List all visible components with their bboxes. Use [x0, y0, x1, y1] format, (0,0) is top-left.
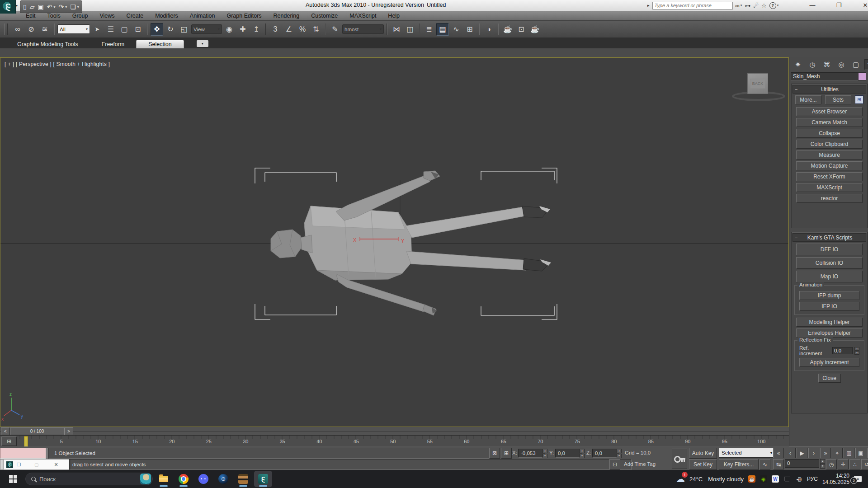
project-toolbar-icon[interactable]: ❏ [70, 4, 76, 10]
select-and-link-icon[interactable]: ∞ [11, 23, 24, 36]
help-icon[interactable]: ? [769, 2, 776, 9]
toolbar-grip[interactable] [5, 23, 8, 35]
new-file-icon[interactable]: ▯ [23, 4, 27, 10]
utility-button[interactable]: Measure [796, 150, 863, 160]
display-tab-icon[interactable]: ▢ [850, 59, 862, 70]
ref-increment-spinner[interactable]: ▴▾ [854, 347, 859, 355]
schematic-view-icon[interactable]: ⊞ [463, 23, 476, 36]
menu-item[interactable]: Rendering [268, 11, 306, 21]
select-and-rotate-icon[interactable]: ↻ [164, 23, 177, 36]
menu-item[interactable]: Create [121, 11, 150, 21]
project-dropdown-icon[interactable]: ▾ [77, 5, 79, 9]
ribbon-minimize-icon[interactable]: ▾ [197, 40, 208, 47]
edit-named-sets-icon[interactable]: ✎ [329, 23, 341, 36]
current-frame-field[interactable]: 0 [785, 459, 819, 468]
layer-manager-icon[interactable]: ≣ [423, 23, 435, 36]
utility-button[interactable]: Asset Browser [796, 107, 863, 116]
open-file-icon[interactable]: ▱ [30, 4, 35, 10]
absolute-offset-mode-icon[interactable]: ⊞ [501, 448, 512, 459]
taskbar-app-3dsmax[interactable]: Ȝ [254, 471, 272, 487]
select-and-move-icon[interactable]: ✥ [151, 23, 163, 36]
dff-io-button[interactable]: DFF IO [796, 244, 863, 255]
network-icon[interactable] [783, 475, 791, 483]
time-configuration-icon[interactable]: ◷ [826, 459, 837, 469]
zoom-all-icon[interactable]: ▥ [844, 448, 854, 458]
restore-button[interactable]: ❐ [833, 2, 845, 9]
zoom-extents-icon[interactable]: ▣ [855, 448, 866, 458]
hierarchy-tab-icon[interactable]: ⌘ [821, 59, 833, 70]
select-and-scale-icon[interactable]: ◱ [178, 23, 190, 36]
key-mode-toggle-icon[interactable]: ↹ [773, 459, 784, 469]
kams-rollout-header[interactable]: − Kam's GTA Scripts [793, 233, 866, 242]
subscription-key-icon[interactable]: ⊶ [745, 2, 750, 9]
utility-button[interactable]: Collapse [796, 129, 863, 138]
utility-button[interactable]: Color Clipboard [796, 140, 863, 149]
redo-icon[interactable]: ↷ [58, 4, 64, 10]
play-button[interactable]: ▶ [797, 448, 807, 458]
favorites-star-icon[interactable]: ☆ [761, 2, 767, 9]
go-to-start-button[interactable]: « [773, 448, 784, 458]
more-button[interactable]: More... [795, 95, 821, 104]
application-menu-button[interactable]: Ȝ [0, 0, 16, 14]
search-highlight-image[interactable] [140, 474, 151, 484]
key-filters-button[interactable]: Key Filters... [719, 459, 759, 470]
menu-item[interactable]: Animation [184, 11, 221, 21]
auto-key-button[interactable]: Auto Key [689, 448, 717, 459]
help-dropdown-icon[interactable]: ▾ [777, 4, 779, 7]
utility-button[interactable]: Reset XForm [796, 172, 863, 181]
y-coordinate-field[interactable]: 0,0 [555, 449, 582, 458]
named-selection-sets-dropdown[interactable]: hmost▾ [342, 24, 384, 34]
menu-item[interactable]: Modifiers [149, 11, 184, 21]
rendered-frame-window-icon[interactable]: ⊡ [515, 23, 528, 36]
y-spinner[interactable]: ▴▾ [580, 449, 585, 458]
configure-button-sets-icon[interactable]: ⊞ [855, 95, 863, 104]
unlink-selection-icon[interactable]: ⊘ [25, 23, 38, 36]
minimize-button[interactable]: — [806, 2, 819, 9]
selection-filter-dropdown[interactable]: All▾ [57, 24, 90, 34]
utility-button[interactable]: Motion Capture [796, 161, 863, 170]
object-color-swatch[interactable] [858, 72, 866, 80]
next-frame-button[interactable]: › [808, 448, 819, 458]
utility-button[interactable]: MAXScript [796, 183, 863, 192]
spinner-snap-icon[interactable]: ⇅ [310, 23, 322, 36]
time-slider-track[interactable]: < 0 / 100 > [0, 427, 789, 436]
menu-item[interactable]: Graph Editors [221, 11, 267, 21]
ref-increment-field[interactable]: 0,0 [832, 347, 853, 354]
search-dropdown-icon[interactable]: ▾ [741, 4, 742, 7]
walk-through-icon[interactable]: ∴ [849, 459, 860, 469]
mini-restore-icon[interactable]: ❐ [17, 462, 21, 467]
weather-condition[interactable]: Mostly cloudy [708, 476, 744, 483]
percent-snap-icon[interactable]: % [296, 23, 309, 36]
map-io-button[interactable]: Map IO [796, 271, 863, 282]
modelling-helper-button[interactable]: Modelling Helper [796, 318, 863, 327]
viewcube-face-label[interactable]: BACK [750, 79, 766, 89]
select-by-name-icon[interactable]: ☰ [104, 23, 117, 36]
keyboard-override-icon[interactable]: ↥ [250, 23, 263, 36]
selection-lock-icon[interactable]: ⊠ [489, 448, 500, 459]
bind-to-spacewarp-icon[interactable]: ≋ [38, 23, 51, 36]
utilities-rollout-header[interactable]: − Utilities [793, 85, 866, 94]
window-crossing-icon[interactable]: ⊡ [132, 23, 144, 36]
infocenter-go-icon[interactable]: ▸ [647, 3, 650, 8]
curve-editor-icon[interactable]: ∿ [450, 23, 462, 36]
tab-graphite-modeling-tools[interactable]: Graphite Modeling Tools [5, 40, 90, 48]
weather-temperature[interactable]: 24°C [689, 476, 703, 483]
time-slider-prev-button[interactable]: < [1, 427, 10, 435]
time-slider-next-button[interactable]: > [64, 427, 73, 435]
select-and-manipulate-icon[interactable]: ✚ [236, 23, 249, 36]
render-production-icon[interactable]: ☕ [528, 23, 541, 36]
java-tray-icon[interactable]: ☕ [748, 475, 755, 483]
envelopes-helper-button[interactable]: Envelopes Helper [796, 328, 863, 338]
previous-frame-button[interactable]: ‹ [785, 448, 796, 458]
utility-button[interactable]: Camera Match [796, 118, 863, 127]
menu-item[interactable]: Customize [305, 11, 344, 21]
use-pivot-center-icon[interactable]: ◉ [223, 23, 236, 36]
reference-coordinate-dropdown[interactable]: View▾ [191, 24, 222, 34]
taskbar-clock[interactable]: 14:20 14.05.2025 [822, 473, 849, 485]
time-slider-handle[interactable]: 0 / 100 [10, 427, 64, 435]
add-time-tag[interactable]: Add Time Tag [624, 459, 656, 469]
redo-dropdown-icon[interactable]: ▾ [65, 5, 67, 9]
mirror-icon[interactable]: ⋈ [390, 23, 403, 36]
orbit-icon[interactable]: ↺ [861, 459, 868, 469]
ifp-io-button[interactable]: IFP IO [799, 302, 859, 311]
